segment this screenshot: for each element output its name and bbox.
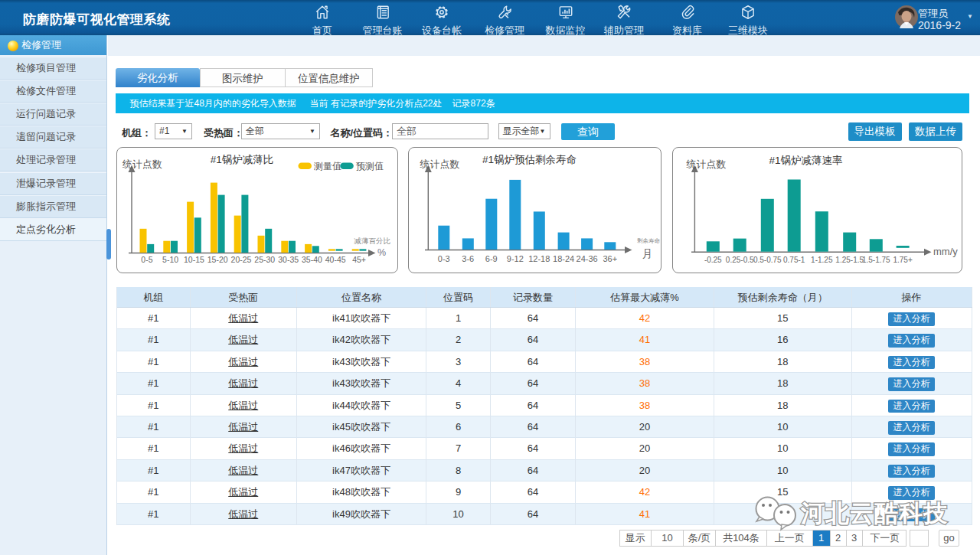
svg-text:测量值: 测量值 (313, 161, 341, 171)
svg-text:1.5-1.75: 1.5-1.75 (862, 256, 890, 264)
svg-text:月: 月 (642, 248, 653, 260)
svg-text:0-3: 0-3 (437, 254, 449, 263)
svg-text:#1锅炉减薄比: #1锅炉减薄比 (211, 154, 274, 165)
svg-text:20-25: 20-25 (231, 255, 252, 264)
svg-text:15-20: 15-20 (207, 255, 228, 264)
svg-text:mm/y: mm/y (933, 246, 958, 257)
svg-text:%: % (377, 247, 386, 258)
svg-text:30-35: 30-35 (278, 255, 299, 264)
svg-text:减薄百分比: 减薄百分比 (354, 237, 391, 245)
svg-text:18-24: 18-24 (553, 254, 574, 263)
svg-text:45+: 45+ (352, 255, 366, 264)
svg-text:统计点数: 统计点数 (122, 158, 162, 170)
svg-text:1.25-1.5: 1.25-1.5 (835, 256, 864, 264)
svg-text:35-40: 35-40 (302, 255, 322, 264)
svg-text:1-1.25: 1-1.25 (811, 256, 833, 264)
svg-text:剩余寿命: 剩余寿命 (637, 237, 661, 244)
svg-text:10-15: 10-15 (184, 255, 204, 264)
svg-text:-0.25: -0.25 (704, 256, 722, 264)
svg-text:统计点数: 统计点数 (686, 158, 727, 170)
svg-text:6-9: 6-9 (485, 254, 497, 263)
svg-text:#1锅炉预估剩余寿命: #1锅炉预估剩余寿命 (482, 154, 576, 165)
svg-text:统计点数: 统计点数 (419, 158, 459, 170)
svg-text:3-6: 3-6 (462, 254, 474, 263)
svg-text:0-5: 0-5 (141, 255, 152, 264)
svg-text:36+: 36+ (603, 254, 617, 263)
svg-text:1.75+: 1.75+ (893, 256, 912, 264)
svg-text:预测值: 预测值 (356, 161, 384, 171)
svg-text:0.25-0.5: 0.25-0.5 (726, 256, 754, 264)
svg-text:12-18: 12-18 (528, 254, 550, 263)
svg-text:0.5-0.75: 0.5-0.75 (753, 256, 782, 264)
svg-text:#1锅炉减薄速率: #1锅炉减薄速率 (769, 155, 842, 166)
svg-text:9-12: 9-12 (506, 254, 523, 263)
svg-text:24-36: 24-36 (576, 254, 597, 263)
svg-text:5-10: 5-10 (162, 255, 178, 264)
svg-text:0.75-1: 0.75-1 (783, 256, 805, 264)
svg-text:25-30: 25-30 (254, 255, 275, 264)
svg-text:40-45: 40-45 (325, 255, 346, 264)
